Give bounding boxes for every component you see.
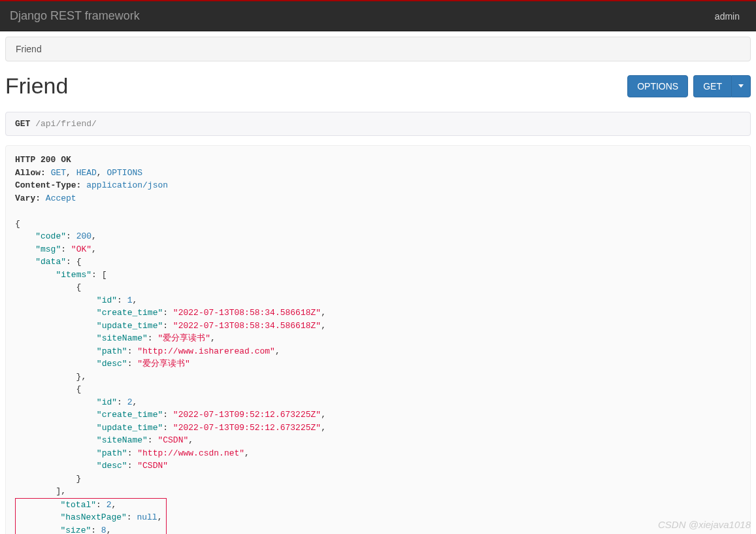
json-desc: CSDN bbox=[142, 461, 163, 471]
allow-head: HEAD bbox=[76, 168, 97, 178]
page-title: Friend bbox=[5, 73, 68, 99]
json-sitename: 爱分享读书 bbox=[163, 333, 205, 343]
json-code-value: 200 bbox=[76, 231, 91, 241]
json-desc: 爱分享读书 bbox=[142, 359, 185, 369]
allow-get: GET bbox=[51, 168, 66, 178]
page-header: Friend OPTIONS GET bbox=[5, 73, 751, 99]
get-dropdown-toggle[interactable] bbox=[731, 75, 751, 97]
json-path: http://www.ishareread.com bbox=[142, 346, 270, 356]
request-line: GET /api/friend/ bbox=[5, 112, 751, 136]
vary-value: Accept bbox=[46, 193, 76, 203]
get-button[interactable]: GET bbox=[693, 75, 731, 97]
breadcrumb: Friend bbox=[5, 37, 751, 61]
json-update-time: 2022-07-13T08:58:34.586618Z bbox=[178, 321, 316, 331]
breadcrumb-item[interactable]: Friend bbox=[16, 44, 42, 54]
json-update-time: 2022-07-13T09:52:12.673225Z bbox=[178, 423, 316, 433]
json-total: 2 bbox=[107, 500, 112, 510]
pagination-highlight: "total": 2, "hasNextPage": null, "size":… bbox=[15, 498, 167, 535]
request-method: GET bbox=[15, 119, 30, 129]
json-msg-value: OK bbox=[76, 244, 87, 254]
vary-label: Vary: bbox=[15, 193, 41, 203]
json-create-time: 2022-07-13T09:52:12.673225Z bbox=[178, 410, 316, 420]
json-item-id: 2 bbox=[127, 397, 133, 407]
chevron-down-icon bbox=[738, 84, 744, 88]
allow-label: Allow: bbox=[15, 168, 46, 178]
options-button[interactable]: OPTIONS bbox=[627, 75, 688, 97]
navbar: Django REST framework admin bbox=[0, 1, 756, 31]
status-line: HTTP 200 OK bbox=[15, 155, 71, 165]
request-path: /api/friend/ bbox=[35, 119, 97, 129]
json-size: 8 bbox=[101, 526, 107, 535]
json-hasnextpage: null bbox=[137, 512, 157, 522]
allow-options: OPTIONS bbox=[107, 168, 142, 178]
action-button-group: OPTIONS GET bbox=[627, 75, 751, 97]
json-item-id: 1 bbox=[127, 295, 133, 305]
json-path: http://www.csdn.net bbox=[142, 448, 239, 458]
json-create-time: 2022-07-13T08:58:34.586618Z bbox=[178, 308, 316, 318]
response-content: HTTP 200 OK Allow: GET, HEAD, OPTIONS Co… bbox=[15, 154, 741, 534]
content-type-label: Content-Type: bbox=[15, 180, 81, 190]
response-block: HTTP 200 OK Allow: GET, HEAD, OPTIONS Co… bbox=[5, 145, 751, 534]
navbar-user-link[interactable]: admin bbox=[715, 11, 746, 22]
get-button-group: GET bbox=[693, 75, 751, 97]
navbar-brand[interactable]: Django REST framework bbox=[10, 9, 140, 23]
json-sitename: CSDN bbox=[163, 435, 183, 445]
content-type-value: application/json bbox=[86, 180, 168, 190]
